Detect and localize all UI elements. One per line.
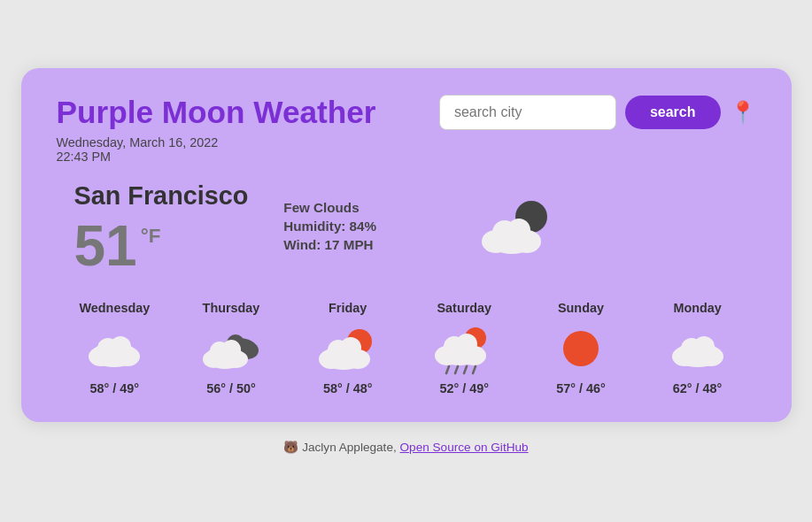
day-label-1: Thursday (203, 301, 260, 315)
location-icon: 📍 (730, 100, 756, 125)
weather-details: Few Clouds Humidity: 84% Wind: 17 MPH (283, 200, 443, 256)
header-left: Purple Moon Weather Wednesday, March 16,… (57, 95, 376, 164)
svg-point-5 (507, 219, 530, 242)
search-input[interactable] (439, 95, 616, 130)
svg-line-34 (464, 366, 467, 373)
svg-line-33 (455, 366, 458, 373)
day-temps-4: 57° / 46° (556, 381, 606, 395)
day-temps-1: 56° / 50° (206, 381, 256, 395)
forecast-day-0: Wednesday 58° / 49° (66, 301, 163, 395)
forecast-icon-4 (550, 324, 612, 372)
time-display: 22:43 PM (57, 150, 376, 164)
city-name: San Francisco (74, 181, 249, 211)
svg-point-10 (110, 336, 131, 357)
app-card: Purple Moon Weather Wednesday, March 16,… (21, 68, 792, 422)
forecast-day-1: Thursday 56° / 50° (182, 301, 280, 395)
day-temps-2: 58° / 48° (323, 381, 373, 395)
footer: 🐻 Jaclyn Applegate, Open Source on GitHu… (283, 440, 528, 454)
svg-line-32 (446, 366, 449, 373)
date-display: Wednesday, March 16, 2022 (57, 135, 376, 150)
svg-point-19 (221, 340, 241, 359)
wind-text: Wind: 17 MPH (283, 237, 443, 252)
footer-text: 🐻 Jaclyn Applegate, (283, 441, 399, 454)
condition-text: Few Clouds (283, 200, 443, 215)
svg-point-31 (456, 334, 477, 355)
forecast-day-4: Sunday 57° / 46° (532, 301, 630, 395)
svg-point-41 (693, 336, 715, 357)
header-right: search 📍 (439, 95, 756, 130)
forecast-icon-3 (433, 324, 495, 372)
day-label-0: Wednesday (79, 301, 150, 315)
day-temps-3: 52° / 49° (440, 381, 490, 395)
github-link[interactable]: Open Source on GitHub (400, 441, 529, 454)
forecast-icon-2 (317, 324, 379, 372)
svg-line-35 (473, 366, 476, 373)
forecast-row: Wednesday 58° / 49° Thursday (57, 301, 756, 395)
day-label-5: Monday (673, 301, 721, 315)
forecast-day-2: Friday 58° / 48° (299, 301, 397, 395)
temp-value: 51 (74, 218, 137, 274)
temp-unit: °F (141, 226, 161, 246)
svg-point-25 (340, 337, 361, 358)
current-weather-icon (478, 197, 558, 259)
day-label-4: Sunday (558, 301, 604, 315)
humidity-text: Humidity: 84% (283, 219, 443, 234)
day-temps-5: 62° / 48° (673, 381, 723, 395)
forecast-icon-1 (200, 324, 262, 372)
search-button[interactable]: search (625, 96, 721, 129)
day-temps-0: 58° / 49° (90, 381, 140, 395)
forecast-icon-0 (83, 324, 145, 372)
day-label-2: Friday (329, 301, 367, 315)
app-title: Purple Moon Weather (57, 95, 376, 130)
date-time: Wednesday, March 16, 2022 22:43 PM (57, 135, 376, 164)
svg-point-36 (563, 331, 599, 366)
day-label-3: Saturday (437, 301, 492, 315)
header: Purple Moon Weather Wednesday, March 16,… (57, 95, 756, 164)
current-weather: San Francisco 51 °F Few Clouds Humidity:… (74, 181, 756, 274)
forecast-day-5: Monday 62° / 48° (649, 301, 746, 395)
temperature-display: 51 °F (74, 218, 249, 274)
forecast-icon-5 (667, 324, 729, 372)
forecast-day-3: Saturday 5 (415, 301, 513, 395)
city-temp-block: San Francisco 51 °F (74, 181, 249, 274)
